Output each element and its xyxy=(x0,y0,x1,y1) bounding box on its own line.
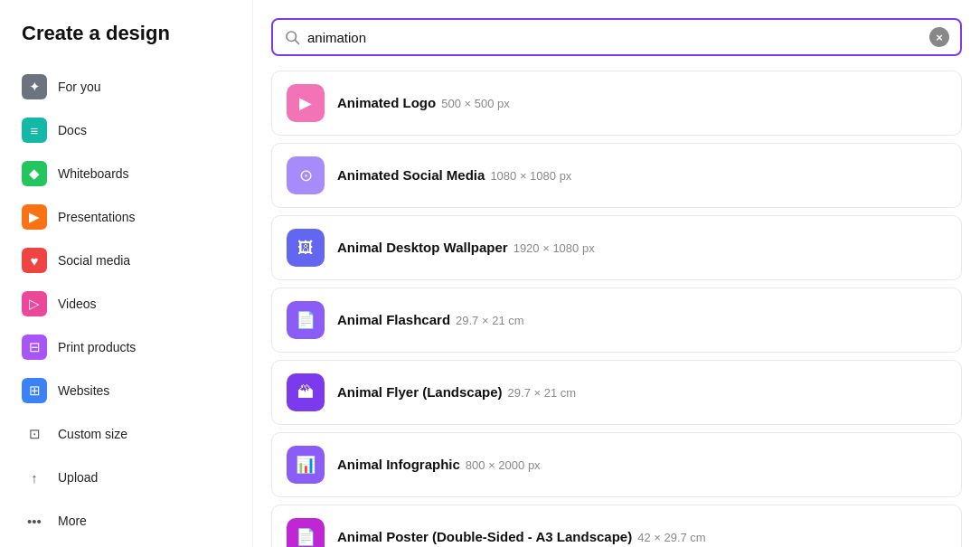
result-name-animated-social-media: Animated Social Media xyxy=(337,167,485,183)
result-icon-animal-infographic: 📊 xyxy=(287,446,325,484)
sidebar-item-more[interactable]: •••More xyxy=(11,499,241,542)
result-text-animated-social-media: Animated Social Media1080 × 1080 px xyxy=(337,167,571,184)
sidebar-item-for-you[interactable]: ✦For you xyxy=(11,65,241,108)
search-bar: × xyxy=(271,18,962,56)
sidebar-item-label-custom-size: Custom size xyxy=(58,427,127,441)
sidebar-item-label-videos: Videos xyxy=(58,297,97,311)
result-text-animal-poster-double-sided: Animal Poster (Double-Sided - A3 Landsca… xyxy=(337,529,706,545)
sidebar-item-label-docs: Docs xyxy=(58,123,87,137)
result-icon-animated-social-media: ⊙ xyxy=(287,156,325,194)
more-icon: ••• xyxy=(22,508,47,533)
social-media-icon: ♥ xyxy=(22,248,47,273)
result-dims-animal-infographic: 800 × 2000 px xyxy=(466,458,541,472)
result-dims-animal-flyer-landscape: 29.7 × 21 cm xyxy=(508,386,577,400)
print-products-icon: ⊟ xyxy=(22,335,47,360)
sidebar-item-print-products[interactable]: ⊟Print products xyxy=(11,325,241,369)
result-dims-animal-desktop-wallpaper: 1920 × 1080 px xyxy=(514,241,595,255)
result-item-animal-poster-double-sided[interactable]: 📄Animal Poster (Double-Sided - A3 Landsc… xyxy=(271,505,962,547)
sidebar-item-label-upload: Upload xyxy=(58,470,98,485)
result-item-animal-flyer-landscape[interactable]: 🏔Animal Flyer (Landscape)29.7 × 21 cm xyxy=(271,360,962,425)
result-dims-animated-social-media: 1080 × 1080 px xyxy=(490,169,571,183)
sidebar-item-label-social-media: Social media xyxy=(58,253,130,268)
sidebar-item-label-presentations: Presentations xyxy=(58,210,136,224)
result-icon-animal-flyer-landscape: 🏔 xyxy=(287,373,325,411)
sidebar-item-label-whiteboards: Whiteboards xyxy=(58,166,129,181)
for-you-icon: ✦ xyxy=(22,74,47,99)
result-item-animal-infographic[interactable]: 📊Animal Infographic800 × 2000 px xyxy=(271,432,962,497)
result-item-animal-flashcard[interactable]: 📄Animal Flashcard29.7 × 21 cm xyxy=(271,288,962,353)
sidebar-item-presentations[interactable]: ▶Presentations xyxy=(11,195,241,239)
result-icon-animal-flashcard: 📄 xyxy=(287,301,325,339)
result-name-animal-desktop-wallpaper: Animal Desktop Wallpaper xyxy=(337,240,508,255)
result-item-animated-social-media[interactable]: ⊙Animated Social Media1080 × 1080 px xyxy=(271,143,962,208)
results-list: ▶Animated Logo500 × 500 px⊙Animated Soci… xyxy=(271,71,962,547)
result-dims-animal-flashcard: 29.7 × 21 cm xyxy=(456,314,524,327)
result-item-animal-desktop-wallpaper[interactable]: 🖼Animal Desktop Wallpaper1920 × 1080 px xyxy=(271,215,962,280)
videos-icon: ▷ xyxy=(22,291,47,316)
main-content: × ▶Animated Logo500 × 500 px⊙Animated So… xyxy=(253,0,980,547)
result-text-animal-infographic: Animal Infographic800 × 2000 px xyxy=(337,457,541,473)
sidebar-item-label-more: More xyxy=(58,514,87,528)
presentations-icon: ▶ xyxy=(22,204,47,230)
result-text-animal-flyer-landscape: Animal Flyer (Landscape)29.7 × 21 cm xyxy=(337,384,576,401)
sidebar-item-label-print-products: Print products xyxy=(58,340,136,354)
result-text-animated-logo: Animated Logo500 × 500 px xyxy=(337,95,510,111)
svg-line-1 xyxy=(295,40,298,43)
sidebar-item-docs[interactable]: ≡Docs xyxy=(11,108,241,152)
result-dims-animal-poster-double-sided: 42 × 29.7 cm xyxy=(637,531,706,544)
result-name-animal-flashcard: Animal Flashcard xyxy=(337,312,450,327)
result-name-animal-infographic: Animal Infographic xyxy=(337,457,460,472)
result-dims-animated-logo: 500 × 500 px xyxy=(441,97,510,110)
sidebar-item-videos[interactable]: ▷Videos xyxy=(11,282,241,325)
docs-icon: ≡ xyxy=(22,118,47,143)
page-title: Create a design xyxy=(11,22,241,63)
custom-size-icon: ⊡ xyxy=(22,421,47,447)
sidebar: Create a design ✦For you≡Docs◆Whiteboard… xyxy=(0,0,253,547)
search-icon xyxy=(284,29,300,45)
result-text-animal-flashcard: Animal Flashcard29.7 × 21 cm xyxy=(337,312,524,328)
clear-search-button[interactable]: × xyxy=(929,27,949,47)
result-icon-animal-poster-double-sided: 📄 xyxy=(287,518,325,547)
result-name-animated-logo: Animated Logo xyxy=(337,95,436,110)
result-name-animal-flyer-landscape: Animal Flyer (Landscape) xyxy=(337,384,503,400)
sidebar-item-upload[interactable]: ↑Upload xyxy=(11,456,241,499)
sidebar-item-social-media[interactable]: ♥Social media xyxy=(11,239,241,282)
result-icon-animal-desktop-wallpaper: 🖼 xyxy=(287,229,325,267)
whiteboards-icon: ◆ xyxy=(22,161,47,186)
result-name-animal-poster-double-sided: Animal Poster (Double-Sided - A3 Landsca… xyxy=(337,529,632,544)
result-icon-animated-logo: ▶ xyxy=(287,84,325,122)
search-input[interactable] xyxy=(307,30,922,45)
sidebar-item-label-websites: Websites xyxy=(58,383,109,398)
result-item-animated-logo[interactable]: ▶Animated Logo500 × 500 px xyxy=(271,71,962,136)
upload-icon: ↑ xyxy=(22,465,47,490)
sidebar-item-label-for-you: For you xyxy=(58,80,100,94)
websites-icon: ⊞ xyxy=(22,378,47,403)
sidebar-item-custom-size[interactable]: ⊡Custom size xyxy=(11,412,241,456)
result-text-animal-desktop-wallpaper: Animal Desktop Wallpaper1920 × 1080 px xyxy=(337,240,595,256)
sidebar-item-websites[interactable]: ⊞Websites xyxy=(11,369,241,412)
sidebar-item-whiteboards[interactable]: ◆Whiteboards xyxy=(11,152,241,195)
